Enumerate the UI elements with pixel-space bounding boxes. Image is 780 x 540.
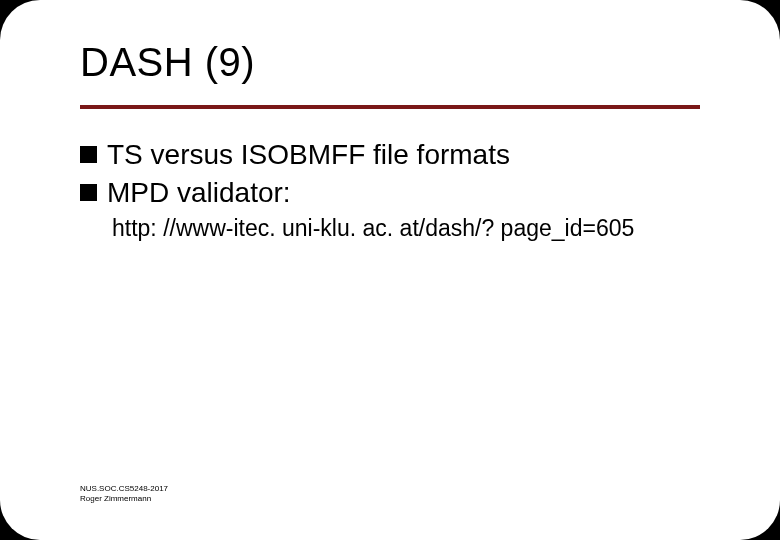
bullet-item: TS versus ISOBMFF file formats	[80, 137, 700, 173]
footer-line-1: NUS.SOC.CS5248-2017	[80, 484, 168, 494]
bullet-item: MPD validator:	[80, 175, 700, 211]
square-bullet-icon	[80, 146, 97, 163]
footer: NUS.SOC.CS5248-2017 Roger Zimmermann	[80, 484, 168, 504]
slide-title: DASH (9)	[80, 40, 700, 85]
bullet-text: MPD validator:	[107, 175, 291, 211]
bullet-text: TS versus ISOBMFF file formats	[107, 137, 510, 173]
footer-line-2: Roger Zimmermann	[80, 494, 168, 504]
sub-link-text: http: //www-itec. uni-klu. ac. at/dash/?…	[112, 214, 700, 244]
square-bullet-icon	[80, 184, 97, 201]
slide: DASH (9) TS versus ISOBMFF file formats …	[0, 0, 780, 540]
content-area: TS versus ISOBMFF file formats MPD valid…	[0, 109, 780, 244]
title-block: DASH (9)	[0, 0, 780, 95]
